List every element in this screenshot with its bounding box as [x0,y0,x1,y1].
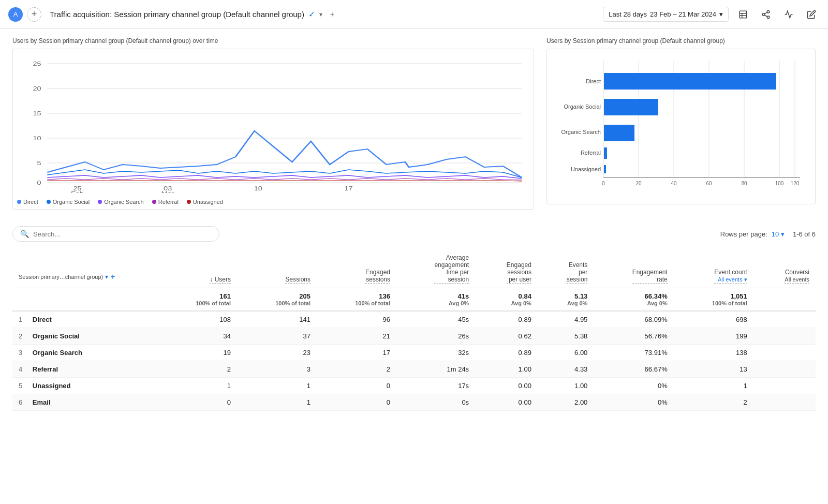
row-number: 1 [19,316,22,323]
row-avg-engagement-cell: 45s [396,311,475,328]
share-button[interactable] [758,6,774,23]
table-body: 1 Direct 108 141 96 45s 0.89 4.95 68.09%… [12,311,816,411]
title-text: Traffic acquisition: Session primary cha… [50,10,304,19]
row-engaged-per-user-cell: 0.89 [475,345,538,361]
add-tab-button[interactable]: + [27,7,41,22]
svg-text:Unassigned: Unassigned [571,166,601,172]
svg-rect-41 [604,99,658,115]
search-input[interactable] [33,230,212,238]
header-actions: Last 28 days 23 Feb – 21 Mar 2024 ▾ [603,6,820,23]
row-engaged-sessions-cell: 2 [317,361,396,378]
row-channel-name: Unassigned [33,382,71,390]
totals-events-per-session-cell: 5.13 Avg 0% [538,288,594,312]
date-label: Last 28 days [609,10,647,18]
page-title: Traffic acquisition: Session primary cha… [50,9,603,19]
add-column-button[interactable]: + [110,272,115,281]
svg-text:60: 60 [706,181,712,186]
svg-text:80: 80 [741,181,747,186]
table-row: 6 Email 0 1 0 0s 0.00 2.00 0% 2 [12,394,816,411]
table-header-row: Session primary…channel group) ▾ + ↓ Use… [12,250,816,288]
svg-text:0: 0 [602,181,605,186]
event-count-column-header: Event countAll events ▾ [674,250,753,288]
svg-text:15: 15 [33,111,41,116]
pencil-button[interactable] [803,6,820,23]
row-events-per-session-cell: 4.95 [538,311,594,328]
row-channel-cell: 5 Unassigned [12,378,157,394]
line-chart-svg: 25 20 15 10 5 0 25 Feb 03 Mar 10 17 [17,53,529,193]
row-event-count-cell: 13 [674,361,753,378]
rows-per-page-label: Rows per page: [720,230,767,238]
totals-engaged-sessions-cell: 136 100% of total [317,288,396,312]
main-content: Users by Session primary channel group (… [0,29,828,419]
svg-text:40: 40 [671,181,677,186]
svg-text:120: 120 [791,181,800,186]
row-channel-name: Organic Social [33,332,80,340]
row-channel-cell: 4 Referral [12,361,157,378]
svg-point-6 [767,16,770,19]
row-avg-engagement-cell: 17s [396,378,475,394]
line-chart-title: Users by Session primary channel group (… [12,37,534,45]
engaged-per-user-column-header: Engagedsessionsper user [475,250,538,288]
row-engaged-sessions-cell: 21 [317,328,396,345]
row-engagement-rate-cell: 0% [594,378,673,394]
row-channel-name: Direct [33,316,52,323]
row-engaged-per-user-cell: 0.89 [475,311,538,328]
new-tab-icon[interactable]: ＋ [329,10,336,19]
sessions-header-text: Sessions [285,276,310,284]
row-conversions-cell [753,345,816,361]
totals-avg-engagement-cell: 41s Avg 0% [396,288,475,312]
row-sessions-cell: 141 [237,311,317,328]
table-toolbar-right: Rows per page: 10 ▾ 1-6 of 6 [720,230,816,238]
row-events-per-session-cell: 4.33 [538,361,594,378]
date-range-text: 23 Feb – 21 Mar 2024 [650,10,716,18]
avg-engagement-header-text: Averageengagementtime persession [434,254,469,284]
edit-chart-button[interactable] [735,6,751,23]
engagement-rate-header-text: Engagementrate [632,269,668,284]
pagination-info: 1-6 of 6 [793,230,816,238]
row-engagement-rate-cell: 0% [594,394,673,411]
rows-per-page-select[interactable]: 10 ▾ [772,230,785,238]
header: A + Traffic acquisition: Session primary… [0,0,828,29]
engaged-sessions-column-header: Engagedsessions [317,250,396,288]
insights-button[interactable] [780,6,797,23]
totals-row: 161 100% of total 205 100% of total 136 … [12,288,816,312]
row-engaged-sessions-cell: 17 [317,345,396,361]
row-engaged-per-user-cell: 0.62 [475,328,538,345]
bar-chart-wrap: Direct Organic Social Organic Search Ref… [546,49,816,204]
search-box[interactable]: 🔍 [12,226,219,242]
dimension-header-text: Session primary…channel group) [19,274,103,280]
svg-text:25: 25 [33,61,41,67]
bar-chart-svg: Direct Organic Social Organic Search Ref… [555,53,807,198]
svg-text:Direct: Direct [586,78,601,84]
row-events-per-session-cell: 6.00 [538,345,594,361]
row-users-cell: 2 [157,361,237,378]
totals-engaged-per-user-cell: 0.84 Avg 0% [475,288,538,312]
svg-rect-0 [740,11,747,18]
row-engaged-sessions-cell: 96 [317,311,396,328]
row-engaged-per-user-cell: 1.00 [475,361,538,378]
engaged-per-user-header-text: Engagedsessionsper user [507,261,531,284]
svg-text:0: 0 [37,180,41,186]
legend-organic-search: Organic Search [98,199,143,205]
svg-text:Referral: Referral [581,150,601,156]
bar-chart-title: Users by Session primary channel group (… [546,37,816,45]
dimension-dropdown-icon[interactable]: ▾ [105,273,108,280]
row-channel-cell: 1 Direct [12,311,157,328]
svg-text:Organic Social: Organic Social [564,103,601,110]
events-per-session-column-header: Eventspersession [538,250,594,288]
row-sessions-cell: 1 [237,378,317,394]
legend-organic-social: Organic Social [47,199,90,205]
totals-users-cell: 161 100% of total [157,288,237,312]
row-avg-engagement-cell: 1m 24s [396,361,475,378]
row-avg-engagement-cell: 0s [396,394,475,411]
svg-text:Organic Search: Organic Search [561,129,601,135]
title-dropdown-icon[interactable]: ▾ [319,11,322,18]
table-row: 2 Organic Social 34 37 21 26s 0.62 5.38 … [12,328,816,345]
row-sessions-cell: 37 [237,328,317,345]
date-range-picker[interactable]: Last 28 days 23 Feb – 21 Mar 2024 ▾ [603,7,729,22]
row-number: 3 [19,349,22,357]
row-number: 4 [19,365,22,373]
row-sessions-cell: 23 [237,345,317,361]
avatar: A [8,7,23,22]
row-channel-name: Organic Search [33,349,82,357]
